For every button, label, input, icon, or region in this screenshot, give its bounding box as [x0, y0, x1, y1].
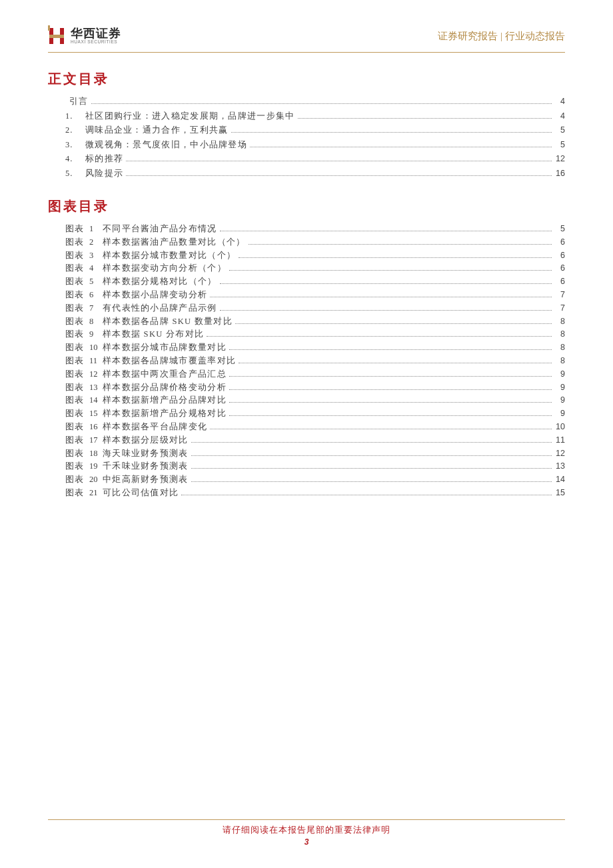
- figure-label-col: 图表16: [65, 423, 103, 431]
- figure-number: 19: [89, 461, 98, 471]
- leader-dots: [250, 147, 552, 147]
- figure-toc-item: 图表3样本数据分城市数量对比（个）6: [65, 251, 565, 260]
- figure-label-col: 图表12: [65, 370, 103, 379]
- figure-label-col: 图表20: [65, 475, 103, 484]
- figure-label-col: 图表6: [65, 291, 103, 299]
- leader-dots: [239, 257, 552, 258]
- leader-dots: [181, 495, 552, 495]
- figure-page: 9: [554, 383, 565, 392]
- figure-number: 8: [89, 317, 93, 326]
- figure-page: 8: [554, 317, 565, 326]
- figure-label: 图表: [65, 409, 84, 418]
- figure-page: 5: [554, 225, 565, 233]
- figure-number: 15: [89, 409, 98, 418]
- figure-label: 图表: [65, 303, 84, 313]
- figure-label-col: 图表4: [65, 264, 103, 273]
- leader-dots: [235, 323, 552, 324]
- figure-label-col: 图表15: [65, 409, 103, 418]
- toc-item-number: 1.: [65, 112, 81, 121]
- figure-toc-item: 图表21可比公司估值对比15: [65, 489, 565, 497]
- figure-number: 9: [89, 329, 93, 339]
- figure-label-col: 图表1: [65, 225, 103, 233]
- figure-number: 3: [89, 251, 93, 260]
- figure-toc-item: 图表4样本数据变动方向分析（个）6: [65, 264, 565, 273]
- figure-page: 6: [554, 264, 565, 273]
- figure-page: 7: [554, 291, 565, 299]
- figure-page: 9: [554, 396, 565, 405]
- figure-toc-heading: 图表目录: [48, 197, 565, 215]
- toc-item: 5.风险提示16: [65, 169, 565, 178]
- figure-label: 图表: [65, 461, 84, 471]
- figure-toc-item: 图表9样本数据 SKU 分布对比8: [65, 330, 565, 339]
- logo-text-en: HUAXI SECURITIES: [71, 40, 121, 45]
- leader-dots: [126, 175, 552, 176]
- figure-title: 样本数据新增产品分品牌对比: [103, 396, 227, 405]
- toc-item-number: 4.: [65, 155, 81, 163]
- figure-page: 13: [554, 462, 565, 471]
- toc-item-number: 3.: [65, 141, 81, 149]
- toc-item: 1.社区团购行业：进入稳定发展期，品牌进一步集中4: [65, 112, 565, 121]
- logo-icon: [48, 25, 67, 47]
- figure-page: 6: [554, 251, 565, 260]
- figure-number: 14: [89, 395, 98, 405]
- toc-item-page: 4: [554, 112, 565, 121]
- figure-toc-item: 图表1不同平台酱油产品分布情况5: [65, 225, 565, 233]
- figure-number: 4: [89, 263, 93, 273]
- figure-title: 样本数据分城市数量对比（个）: [103, 251, 236, 260]
- figure-label-col: 图表21: [65, 489, 103, 497]
- toc-item-title: 社区团购行业：进入稳定发展期，品牌进一步集中: [85, 112, 295, 121]
- figure-page: 14: [554, 475, 565, 484]
- figure-toc-item: 图表12样本数据中两次重合产品汇总9: [65, 370, 565, 379]
- figure-page: 15: [554, 489, 565, 497]
- logo-text-cn: 华西证券: [71, 27, 121, 40]
- figure-toc-item: 图表11样本数据各品牌城市覆盖率对比8: [65, 357, 565, 365]
- leader-dots: [220, 310, 552, 311]
- leader-dots: [229, 389, 552, 390]
- toc-item-title: 标的推荐: [85, 155, 123, 163]
- figure-title: 不同平台酱油产品分布情况: [103, 225, 217, 233]
- figure-toc-item: 图表14样本数据新增产品分品牌对比9: [65, 396, 565, 405]
- figure-number: 12: [89, 369, 98, 379]
- page-number: 3: [48, 837, 565, 847]
- figure-label: 图表: [65, 449, 84, 458]
- leader-dots: [210, 429, 552, 429]
- figure-toc-item: 图表13样本数据分品牌价格变动分析9: [65, 383, 565, 392]
- leader-dots: [229, 270, 552, 271]
- figure-number: 2: [89, 237, 93, 247]
- toc-item: 3.微观视角：景气度依旧，中小品牌登场5: [65, 141, 565, 149]
- toc-item-title: 风险提示: [85, 169, 123, 178]
- toc-item-title: 引言: [69, 97, 89, 106]
- figure-number: 13: [89, 383, 98, 392]
- leader-dots: [220, 283, 552, 284]
- figure-title: 样本数据各平台品牌变化: [103, 423, 207, 431]
- figure-label-col: 图表14: [65, 396, 103, 405]
- figure-toc-item: 图表19千禾味业财务预测表13: [65, 462, 565, 471]
- figure-label-col: 图表17: [65, 436, 103, 445]
- leader-dots: [191, 455, 552, 456]
- figure-title: 样本数据变动方向分析（个）: [103, 264, 227, 273]
- page-footer: 请仔细阅读在本报告尾部的重要法律声明 3: [48, 819, 565, 847]
- header-category: 证券研究报告 | 行业动态报告: [438, 30, 565, 43]
- figure-number: 21: [89, 488, 98, 497]
- figure-page: 6: [554, 277, 565, 286]
- toc-item-page: 4: [554, 97, 565, 106]
- figure-page: 9: [554, 409, 565, 418]
- leader-dots: [229, 415, 552, 416]
- figure-label: 图表: [65, 237, 84, 247]
- toc-item-title: 调味品企业：通力合作，互利共赢: [85, 126, 229, 135]
- figure-label-col: 图表9: [65, 330, 103, 339]
- toc-item-number: 5.: [65, 169, 81, 178]
- figure-label: 图表: [65, 251, 84, 260]
- leader-dots: [229, 349, 552, 350]
- figure-label: 图表: [65, 383, 84, 392]
- figure-toc-item: 图表8样本数据各品牌 SKU 数量对比8: [65, 317, 565, 326]
- leader-dots: [126, 161, 552, 161]
- figure-label: 图表: [65, 369, 84, 379]
- figure-label-col: 图表5: [65, 277, 103, 286]
- figure-number: 20: [89, 475, 98, 484]
- figure-title: 千禾味业财务预测表: [103, 462, 189, 471]
- leader-dots: [191, 442, 552, 443]
- leader-dots: [249, 244, 552, 245]
- figure-title: 有代表性的小品牌产品示例: [103, 304, 217, 313]
- figure-label-col: 图表10: [65, 343, 103, 352]
